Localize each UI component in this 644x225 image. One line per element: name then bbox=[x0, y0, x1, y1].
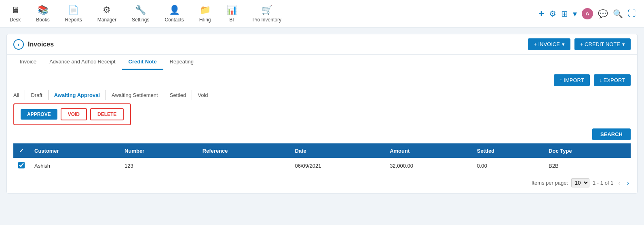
settings-icon: 🔧 bbox=[135, 5, 146, 15]
gear-icon[interactable]: ⚙ bbox=[549, 9, 556, 19]
col-number: Number bbox=[120, 143, 198, 158]
desk-icon: 🖥 bbox=[11, 5, 20, 15]
export-btn-label: ↓ EXPORT bbox=[600, 77, 625, 83]
nav-filing[interactable]: 📁 Filing bbox=[198, 2, 213, 26]
back-button[interactable]: ‹ bbox=[13, 39, 24, 50]
chat-icon[interactable]: 💬 bbox=[598, 9, 608, 19]
new-invoice-button[interactable]: + INVOICE ▾ bbox=[528, 38, 570, 50]
nav-manager[interactable]: ⚙ Manager bbox=[96, 2, 118, 26]
row-date: 06/09/2021 bbox=[290, 158, 385, 174]
row-amount: 32,000.00 bbox=[385, 158, 472, 174]
status-tab-settled[interactable]: Settled bbox=[164, 90, 192, 100]
void-button[interactable]: VOID bbox=[61, 108, 87, 120]
card-header: ‹ Invoices + INVOICE ▾ + CREDIT NOTE ▾ bbox=[7, 34, 637, 55]
nav-books-label: Books bbox=[36, 17, 49, 23]
export-button[interactable]: ↓ EXPORT bbox=[594, 74, 631, 86]
status-tab-awaiting-approval[interactable]: Awaiting Approval bbox=[49, 90, 106, 100]
col-date: Date bbox=[290, 143, 385, 158]
nav-bi-label: BI bbox=[229, 17, 234, 23]
nav-right: + ⚙ ⊞ ▾ A 💬 🔍 ⛶ bbox=[538, 8, 636, 19]
status-tabs: All Draft Awaiting Approval Awaiting Set… bbox=[7, 86, 637, 100]
row-checkbox[interactable] bbox=[18, 162, 25, 168]
add-button[interactable]: + bbox=[538, 8, 544, 19]
new-credit-note-button[interactable]: + CREDIT NOTE ▾ bbox=[574, 38, 631, 50]
tab-repeating[interactable]: Repeating bbox=[163, 55, 200, 70]
action-buttons-row: APPROVE VOID DELETE bbox=[13, 103, 131, 125]
page-title: Invoices bbox=[28, 41, 54, 48]
bi-icon: 📊 bbox=[226, 5, 237, 15]
nav-settings[interactable]: 🔧 Settings bbox=[130, 2, 151, 26]
tab-advance[interactable]: Advance and Adhoc Receipt bbox=[43, 55, 122, 70]
row-number: 123 bbox=[120, 158, 198, 174]
invoice-btn-label: + INVOICE bbox=[534, 41, 560, 47]
nav-manager-label: Manager bbox=[97, 17, 116, 23]
filter-row: ↑ IMPORT ↓ EXPORT bbox=[7, 70, 637, 86]
row-settled: 0.00 bbox=[472, 158, 544, 174]
books-icon: 📚 bbox=[38, 5, 49, 15]
nav-filing-label: Filing bbox=[199, 17, 211, 23]
import-btn-label: ↑ IMPORT bbox=[560, 77, 584, 83]
table-header-row: ✓ Customer Number Reference Date Amount … bbox=[13, 143, 631, 158]
nav-contacts-label: Contacts bbox=[165, 17, 184, 23]
nav-items: 🖥 Desk 📚 Books 📄 Reports ⚙ Manager 🔧 Set… bbox=[8, 2, 538, 26]
nav-reports[interactable]: 📄 Reports bbox=[63, 2, 84, 26]
status-tab-awaiting-settlement[interactable]: Awaiting Settlement bbox=[106, 90, 164, 100]
nav-books[interactable]: 📚 Books bbox=[34, 2, 51, 26]
row-reference bbox=[198, 158, 290, 174]
row-checkbox-cell[interactable] bbox=[13, 158, 30, 174]
search-row: SEARCH bbox=[7, 128, 637, 143]
col-settled: Settled bbox=[472, 143, 544, 158]
chevron-down-icon[interactable]: ▾ bbox=[573, 9, 577, 19]
tabs-bar: Invoice Advance and Adhoc Receipt Credit… bbox=[7, 55, 637, 70]
row-customer: Ashish bbox=[30, 158, 120, 174]
nav-bi[interactable]: 📊 BI bbox=[225, 2, 239, 26]
tab-credit-note[interactable]: Credit Note bbox=[122, 55, 163, 70]
approve-button[interactable]: APPROVE bbox=[21, 109, 57, 120]
nav-contacts[interactable]: 👤 Contacts bbox=[163, 2, 185, 26]
contacts-icon: 👤 bbox=[169, 5, 180, 15]
delete-button[interactable]: DELETE bbox=[90, 108, 124, 120]
nav-settings-label: Settings bbox=[132, 17, 149, 23]
invoices-card: ‹ Invoices + INVOICE ▾ + CREDIT NOTE ▾ I… bbox=[6, 34, 638, 193]
credit-note-btn-label: + CREDIT NOTE bbox=[580, 41, 620, 47]
page-info: 1 - 1 of 1 bbox=[593, 180, 613, 186]
nav-desk[interactable]: 🖥 Desk bbox=[8, 2, 22, 26]
items-per-page-select[interactable]: 10 25 50 bbox=[571, 178, 589, 187]
table-wrap: ✓ Customer Number Reference Date Amount … bbox=[7, 143, 637, 174]
credit-note-dropdown-icon: ▾ bbox=[622, 41, 625, 47]
grid-icon[interactable]: ⊞ bbox=[561, 9, 568, 19]
table-row[interactable]: Ashish 123 06/09/2021 32,000.00 0.00 B2B bbox=[13, 158, 631, 174]
manager-icon: ⚙ bbox=[103, 5, 111, 15]
status-tab-all[interactable]: All bbox=[13, 90, 25, 100]
import-button[interactable]: ↑ IMPORT bbox=[554, 74, 589, 86]
invoice-dropdown-icon: ▾ bbox=[562, 41, 565, 47]
status-tab-draft[interactable]: Draft bbox=[25, 90, 48, 100]
nav-reports-label: Reports bbox=[65, 17, 82, 23]
row-doc-type: B2B bbox=[544, 158, 631, 174]
expand-icon[interactable]: ⛶ bbox=[628, 9, 636, 18]
page-prev-button[interactable]: ‹ bbox=[617, 179, 622, 187]
nav-pro-inventory-label: Pro Inventory bbox=[253, 17, 281, 23]
status-tab-void[interactable]: Void bbox=[192, 90, 213, 100]
pagination-row: Items per page: 10 25 50 1 - 1 of 1 ‹ › bbox=[7, 174, 637, 193]
search-button[interactable]: SEARCH bbox=[592, 128, 631, 140]
col-doc-type: Doc Type bbox=[544, 143, 631, 158]
col-amount: Amount bbox=[385, 143, 472, 158]
search-icon[interactable]: 🔍 bbox=[613, 9, 623, 19]
page-next-button[interactable]: › bbox=[625, 179, 631, 187]
items-per-page-label: Items per page: bbox=[532, 180, 568, 186]
main-content: ‹ Invoices + INVOICE ▾ + CREDIT NOTE ▾ I… bbox=[0, 34, 644, 193]
header-check-icon: ✓ bbox=[19, 147, 24, 154]
col-customer: Customer bbox=[30, 143, 120, 158]
reports-icon: 📄 bbox=[68, 5, 79, 15]
col-reference: Reference bbox=[198, 143, 290, 158]
pro-inventory-icon: 🛒 bbox=[262, 5, 272, 15]
top-navigation: 🖥 Desk 📚 Books 📄 Reports ⚙ Manager 🔧 Set… bbox=[0, 0, 644, 27]
card-header-right: + INVOICE ▾ + CREDIT NOTE ▾ bbox=[528, 38, 631, 50]
col-checkbox: ✓ bbox=[13, 143, 30, 158]
card-header-left: ‹ Invoices bbox=[13, 39, 54, 50]
avatar[interactable]: A bbox=[582, 8, 593, 19]
nav-pro-inventory[interactable]: 🛒 Pro Inventory bbox=[251, 2, 283, 26]
invoices-table: ✓ Customer Number Reference Date Amount … bbox=[13, 143, 631, 174]
tab-invoice[interactable]: Invoice bbox=[13, 55, 43, 70]
